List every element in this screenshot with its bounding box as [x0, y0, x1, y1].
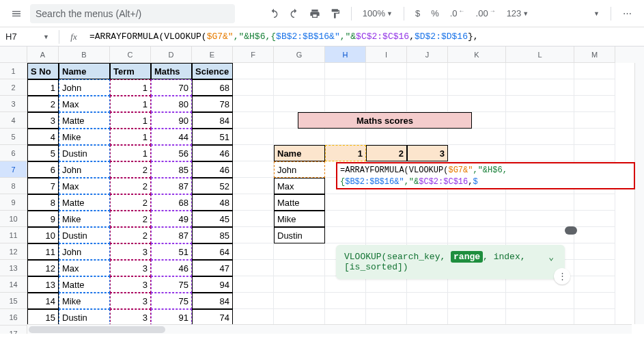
cell[interactable]: 2: [110, 211, 151, 227]
cell[interactable]: [506, 129, 574, 145]
col-header[interactable]: F: [233, 47, 274, 63]
cell[interactable]: [366, 211, 407, 227]
cell[interactable]: [366, 293, 407, 309]
cell[interactable]: 80: [151, 96, 192, 112]
cell[interactable]: 85: [192, 227, 233, 243]
row-header[interactable]: 12: [0, 243, 27, 260]
cell[interactable]: 91: [151, 309, 192, 326]
row-header[interactable]: 5: [0, 129, 27, 145]
cell[interactable]: [574, 309, 615, 326]
cell[interactable]: [325, 194, 366, 211]
cell[interactable]: [448, 63, 506, 79]
cell[interactable]: [574, 276, 615, 293]
cell[interactable]: [233, 309, 274, 326]
cell[interactable]: [574, 260, 615, 276]
cell[interactable]: [506, 211, 574, 227]
cell[interactable]: 49: [151, 211, 192, 227]
cell[interactable]: [233, 293, 274, 309]
undo-icon[interactable]: [265, 5, 283, 23]
increase-decimal[interactable]: .00→: [472, 8, 500, 18]
cell[interactable]: [274, 79, 325, 96]
cell[interactable]: 14: [27, 293, 59, 309]
row-header[interactable]: 17: [0, 326, 27, 334]
cell[interactable]: [325, 309, 366, 326]
cell[interactable]: [233, 63, 274, 79]
cell[interactable]: 75: [151, 276, 192, 293]
cell[interactable]: [233, 161, 274, 178]
cell[interactable]: 68: [151, 194, 192, 211]
cell[interactable]: Max: [59, 178, 110, 194]
cell[interactable]: Mike: [59, 293, 110, 309]
cell[interactable]: 3: [27, 112, 59, 129]
more-vert-icon[interactable]: ⋮: [554, 268, 570, 285]
cell[interactable]: John: [274, 161, 325, 178]
cell[interactable]: 47: [192, 260, 233, 276]
cell[interactable]: [407, 194, 448, 211]
cell[interactable]: 1: [325, 145, 366, 161]
row-header[interactable]: 15: [0, 293, 27, 309]
cell[interactable]: 87: [151, 178, 192, 194]
cell[interactable]: Science: [192, 63, 233, 79]
cell[interactable]: 11: [27, 243, 59, 260]
cell[interactable]: [325, 63, 366, 79]
cell[interactable]: 84: [192, 112, 233, 129]
col-header[interactable]: E: [192, 47, 233, 63]
cell[interactable]: Max: [59, 260, 110, 276]
cell[interactable]: [274, 243, 325, 260]
cell[interactable]: [448, 227, 506, 243]
cell[interactable]: [233, 260, 274, 276]
menu-search-input[interactable]: Search the menus (Alt+/): [30, 4, 235, 23]
cell[interactable]: 48: [192, 194, 233, 211]
cell[interactable]: Dustin: [274, 227, 325, 243]
cell[interactable]: [325, 227, 366, 243]
cell[interactable]: [506, 309, 574, 326]
cell[interactable]: 45: [192, 211, 233, 227]
redo-icon[interactable]: [285, 5, 303, 23]
cell[interactable]: [233, 178, 274, 194]
cell[interactable]: [366, 227, 407, 243]
cell[interactable]: [407, 293, 448, 309]
row-header[interactable]: 3: [0, 96, 27, 112]
row-header[interactable]: 8: [0, 178, 27, 194]
cell[interactable]: 87: [151, 227, 192, 243]
cell[interactable]: [574, 129, 615, 145]
cell[interactable]: 1: [110, 112, 151, 129]
cell[interactable]: Mike: [59, 129, 110, 145]
row-header[interactable]: 4: [0, 112, 27, 129]
col-header[interactable]: L: [506, 47, 574, 63]
horizontal-scrollbar[interactable]: [27, 324, 632, 334]
vertical-scrollbar[interactable]: [634, 63, 644, 324]
cell[interactable]: [325, 293, 366, 309]
cell[interactable]: [574, 227, 615, 243]
cell[interactable]: [274, 63, 325, 79]
cell[interactable]: [233, 276, 274, 293]
cell[interactable]: 51: [192, 129, 233, 145]
cell[interactable]: [325, 211, 366, 227]
drag-handle-icon[interactable]: [565, 226, 577, 235]
cell[interactable]: [233, 112, 274, 129]
cell[interactable]: [407, 96, 448, 112]
cell[interactable]: [407, 79, 448, 96]
row-header[interactable]: 13: [0, 260, 27, 276]
cell[interactable]: 13: [27, 276, 59, 293]
cell[interactable]: [448, 293, 506, 309]
menu-icon[interactable]: [8, 5, 25, 22]
cell[interactable]: 84: [192, 293, 233, 309]
cell[interactable]: 6: [27, 161, 59, 178]
cell[interactable]: [574, 63, 615, 79]
cell[interactable]: Name: [274, 145, 325, 161]
cell[interactable]: 78: [192, 96, 233, 112]
cell[interactable]: [574, 243, 615, 260]
font-dropdown[interactable]: ▼: [563, 10, 604, 17]
cell[interactable]: [325, 129, 366, 145]
cell[interactable]: Matte: [59, 276, 110, 293]
cell[interactable]: 74: [192, 309, 233, 326]
row-header[interactable]: 6: [0, 145, 27, 161]
cell[interactable]: Matte: [59, 112, 110, 129]
cell[interactable]: S No: [27, 63, 59, 79]
cell[interactable]: 2: [110, 161, 151, 178]
cell[interactable]: 3: [110, 243, 151, 260]
cell[interactable]: [506, 145, 574, 161]
cell[interactable]: 9: [27, 211, 59, 227]
row-header[interactable]: 1: [0, 63, 27, 79]
